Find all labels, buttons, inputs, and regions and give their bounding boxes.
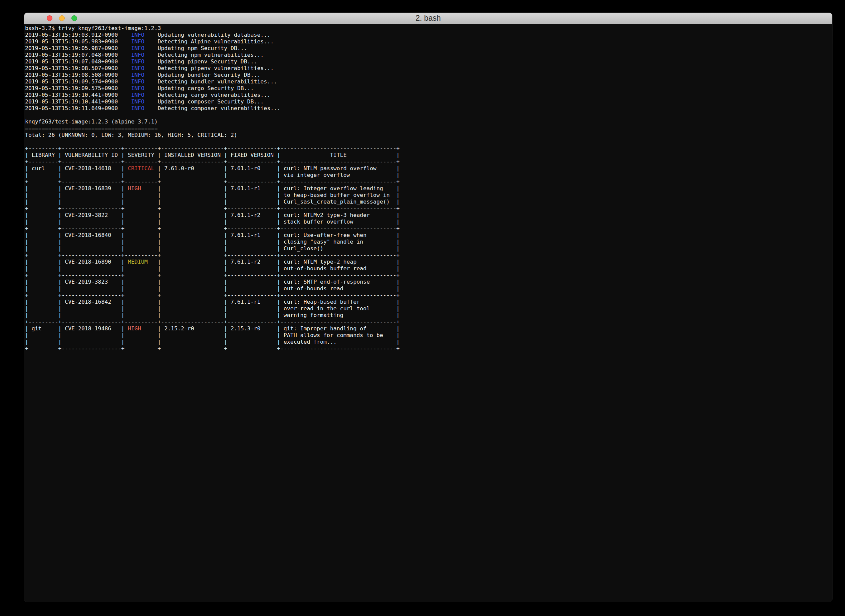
terminal-text: | | CVE-2018-16842 | | | 7.61.1-r1 | cur… [25,299,400,305]
terminal-text: | | 7.61.1-r2 | curl: NTLM type-2 heap | [148,259,400,265]
terminal-text: Detecting Alpine vulnerabilities... [145,38,274,45]
table-row-line: | | CVE-2018-16890 | MEDIUM | | 7.61.1-r… [25,259,832,265]
terminal-text: | | | | | | via integer overflow | [25,172,400,178]
terminal-text: 2019-05-13T15:19:07.048+0900 [25,59,131,65]
terminal-text: | | | | | | PATH allows for commands to … [25,332,400,338]
zoom-button[interactable] [72,15,77,21]
table-row-line: | | | | | | Curl_close() | [25,245,832,252]
terminal-text: 2019-05-13T15:19:08.507+0900 [25,65,131,72]
log-line: 2019-05-13T15:19:08.508+0900 INFO Updati… [25,72,832,78]
table-row-line: | | CVE-2018-16839 | HIGH | | 7.61.1-r1 … [25,185,832,192]
terminal-text: 2019-05-13T15:19:11.649+0900 [25,105,131,111]
terminal-text: | | CVE-2019-3822 | | | 7.61.1-r2 | curl… [25,212,400,218]
terminal-text: 2019-05-13T15:19:08.508+0900 [25,72,131,78]
terminal-text: ======================================== [25,125,157,132]
table-row-line: | | | | | | PATH allows for commands to … [25,332,832,339]
terminal-text: Detecting bundler vulnerabilities... [145,78,277,85]
log-level-info: INFO [131,92,145,98]
table-row-line: | | | | | | closing "easy" handle in | [25,239,832,245]
severity-high: HIGH [128,326,141,332]
terminal-text: bash-3.2$ trivy knqyf263/test-image:1.2.… [25,25,161,31]
terminal-text: | LIBRARY | VULNERABILITY ID | SEVERITY … [25,152,400,158]
log-level-info: INFO [131,98,145,105]
table-row-separator: + +------------------+ + +--------------… [25,272,832,279]
log-level-info: INFO [131,105,145,111]
terminal-text: | | CVE-2018-16839 | [25,185,128,192]
table-header-border: +---------+------------------+----------… [25,158,832,165]
table-row-line: | | | | | | stack buffer overflow | [25,219,832,225]
title-bar[interactable]: 2. bash [24,13,832,24]
terminal-text: +---------+------------------+----------… [25,158,400,165]
terminal-text: | 2.15.2-r0 | 2.15.3-r0 | git: Improper … [141,326,400,332]
log-line: 2019-05-13T15:19:05.983+0900 INFO Detect… [25,38,832,45]
report-underline: ======================================== [25,125,832,132]
terminal-text: Updating npm Security DB... [145,45,247,51]
terminal-text: | | CVE-2018-16840 | | | 7.61.1-r1 | cur… [25,232,400,238]
terminal-text: 2019-05-13T15:19:10.441+0900 [25,98,131,105]
table-row-separator: + +------------------+ + +--------------… [25,225,832,232]
log-level-info: INFO [131,85,145,91]
terminal-text: 2019-05-13T15:19:09.575+0900 [25,85,131,91]
table-row-line: | | | | | | to heap-based buffer overflo… [25,192,832,198]
terminal-text: | | | | | | stack buffer overflow | [25,219,400,225]
terminal-text: Updating cargo Security DB... [145,85,254,91]
log-line: 2019-05-13T15:19:11.649+0900 INFO Detect… [25,105,832,112]
terminal-text: Detecting npm vulnerabilities... [145,52,264,58]
log-level-info: INFO [131,59,145,65]
terminal-text: 2019-05-13T15:19:05.987+0900 [25,45,131,51]
terminal-text: 2019-05-13T15:19:03.912+0900 [25,32,131,38]
log-line: 2019-05-13T15:19:10.441+0900 INFO Detect… [25,92,832,98]
window-title: 2. bash [415,14,440,23]
close-button[interactable] [47,15,53,21]
terminal-text: | | | | | | Curl_sasl_create_plain_messa… [25,198,400,205]
terminal-text: | curl | CVE-2018-14618 | [25,165,128,172]
terminal-text: | | CVE-2018-16890 | [25,259,128,265]
terminal-text: 2019-05-13T15:19:10.441+0900 [25,92,131,98]
log-line: 2019-05-13T15:19:09.574+0900 INFO Detect… [25,78,832,85]
blank-line [25,112,832,119]
table-row-line: | curl | CVE-2018-14618 | CRITICAL | 7.6… [25,165,832,172]
severity-medium: MEDIUM [128,259,148,265]
log-level-info: INFO [131,38,145,45]
table-top-border: +---------+------------------+----------… [25,145,832,152]
terminal-text: | git | CVE-2018-19486 | [25,326,128,332]
log-level-info: INFO [131,65,145,72]
terminal-text: 2019-05-13T15:19:07.048+0900 [25,52,131,58]
prompt-line: bash-3.2$ trivy knqyf263/test-image:1.2.… [25,25,832,32]
log-level-info: INFO [131,52,145,58]
terminal-text: | | | | | | Curl_close() | [25,245,400,252]
table-row-line: | | | | | | out-of-bounds read | [25,285,832,292]
terminal-text: Detecting pipenv vulnerabilities... [145,65,274,72]
terminal-text: 2019-05-13T15:19:09.574+0900 [25,78,131,85]
terminal-text: +---------+------------------+----------… [25,145,400,151]
table-row-line: | | | | | | warning formatting | [25,312,832,319]
terminal-text: Updating bundler Security DB... [145,72,261,78]
terminal-text: | | | | | | over-read in the curl tool | [25,305,400,312]
terminal-text: + +------------------+----------+ +-----… [25,179,400,185]
minimize-button[interactable] [59,15,65,21]
log-line: 2019-05-13T15:19:03.912+0900 INFO Updati… [25,32,832,38]
table-row-separator: +---------+------------------+----------… [25,319,832,326]
terminal-text: + +------------------+----------+ +-----… [25,252,400,258]
terminal-text: Updating pipenv Security DB... [145,59,257,65]
log-line: 2019-05-13T15:19:05.987+0900 INFO Updati… [25,45,832,52]
table-row-line: | | CVE-2018-16840 | | | 7.61.1-r1 | cur… [25,232,832,239]
table-row-line: | | | | | | over-read in the curl tool | [25,305,832,312]
log-line: 2019-05-13T15:19:09.575+0900 INFO Updati… [25,85,832,92]
table-row-line: | | | | | | executed from... | [25,339,832,345]
table-row-line: | | CVE-2018-16842 | | | 7.61.1-r1 | cur… [25,299,832,305]
terminal-text: | | | | | | to heap-based buffer overflo… [25,192,400,198]
terminal-text: | | | | | | warning formatting | [25,312,400,318]
log-line: 2019-05-13T15:19:10.441+0900 INFO Updati… [25,98,832,105]
table-bottom-separator: + +------------------+ + + +------------… [25,345,832,352]
terminal-text: | | | | | | executed from... | [25,339,400,345]
terminal-text: + +------------------+ + +--------------… [25,205,400,211]
terminal-text: Updating composer Security DB... [145,98,264,105]
log-line: 2019-05-13T15:19:08.507+0900 INFO Detect… [25,65,832,72]
log-line: 2019-05-13T15:19:07.048+0900 INFO Detect… [25,52,832,59]
table-row-line: | | | | | | out-of-bounds buffer read | [25,265,832,272]
terminal-text: Detecting cargo vulnerabilities... [145,92,271,98]
terminal-text: 2019-05-13T15:19:05.983+0900 [25,38,131,45]
terminal-screen[interactable]: bash-3.2$ trivy knqyf263/test-image:1.2.… [24,24,832,352]
terminal-window: 2. bash bash-3.2$ trivy knqyf263/test-im… [24,13,832,602]
